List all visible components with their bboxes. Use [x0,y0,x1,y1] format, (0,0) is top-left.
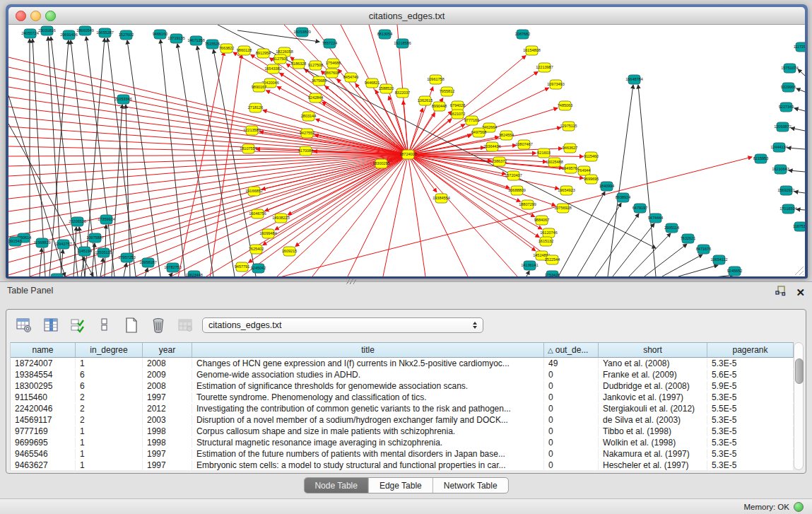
graph-edge[interactable] [638,85,656,276]
create-table-icon[interactable] [122,316,141,334]
column-header-year[interactable]: year [143,343,192,357]
graph-node-label: 1840994 [599,184,614,188]
table-row[interactable]: 1872400712008Changes of HCN gene express… [11,358,794,369]
graph-edge[interactable] [126,105,130,276]
graph-edge[interactable] [210,54,242,276]
graph-edge[interactable] [73,227,76,276]
vertical-scrollbar[interactable] [794,342,804,470]
import-table-icon[interactable] [176,316,194,334]
graph-edge[interactable] [40,248,42,276]
graph-node-label: 15692921 [777,188,794,192]
graph-edge[interactable] [277,155,408,277]
graph-edge[interactable] [112,105,122,276]
split-pane-grip[interactable] [346,279,356,284]
graph-node-label: 621603 [537,151,550,155]
graph-node-label: 12444134 [770,145,787,149]
table-row[interactable]: 946554611997Estimation of the future num… [11,448,794,460]
graph-node-label: 10958187 [139,260,156,264]
graph-edge[interactable] [178,52,224,276]
graph-node-label: 1527602 [119,33,134,37]
status-bar: Memory: OK [0,498,812,514]
tab-network-table[interactable]: Network Table [433,478,508,493]
table-cell: 9115460 [11,392,76,402]
desktop: citations_edges.txt 24055724230318162069… [0,0,812,514]
graph-edge[interactable] [266,90,408,154]
graph-edge[interactable] [789,170,805,172]
graph-node-label: 12975115 [560,124,577,128]
graph-svg[interactable]: 2405572423031816206914061866054910655287… [8,25,805,276]
table-cell: 18300295 [11,381,76,391]
column-header-out_de[interactable]: △out_de... [544,343,599,357]
graph-node-label: 16154808 [523,48,540,52]
graph-edge[interactable] [242,155,408,277]
graph-node-label: 9227349 [779,105,794,109]
column-header-title[interactable]: title [192,343,544,357]
graph-edge[interactable] [678,265,718,276]
graph-edge[interactable] [8,155,408,212]
scrollbar-thumb[interactable] [795,358,804,384]
graph-edge[interactable] [124,263,126,276]
graph-node-label: 9115460 [584,154,599,158]
graph-edge[interactable] [645,244,687,276]
table-row[interactable]: 2242004622012Investigating the contribut… [11,403,794,414]
graph-edge[interactable] [787,148,805,149]
tab-node-table[interactable]: Node Table [304,478,368,493]
table-row[interactable]: 946362711997Embryonic stem cells: a mode… [11,460,794,470]
graph-edge[interactable] [796,209,805,210]
column-header-short[interactable]: short [599,343,707,357]
table-row[interactable]: 911546021997Tourette syndrome. Phenomeno… [11,392,794,403]
column-header-name[interactable]: name [11,343,76,357]
column-header-in_degree[interactable]: in_degree [76,343,143,357]
graph-edge[interactable] [197,46,235,276]
graph-edge[interactable] [791,128,805,131]
delete-table-icon[interactable] [149,316,167,334]
table-row[interactable]: 1938455462009Genome-wide association stu… [11,369,794,380]
graph-edge[interactable] [383,155,408,277]
graph-edge[interactable] [8,117,408,155]
graph-node-label: 10973493 [547,82,564,86]
graph-node-label: 16543382 [264,66,281,71]
graph-edge[interactable] [100,258,103,276]
graph-node-label: 18807299 [519,202,536,206]
graph-edge[interactable] [794,192,805,193]
graph-edge[interactable] [312,155,408,277]
tab-edge-table[interactable]: Edge Table [368,478,433,493]
graph-edge[interactable] [577,203,621,276]
table-row[interactable]: 1456911722003Disruption of a novel membe… [11,414,794,426]
table-row[interactable]: 1830029562008Estimation of significance … [11,380,794,392]
column-header-pagerank[interactable]: pagerank [707,343,794,357]
show-hide-column-icon[interactable] [42,316,60,334]
graph-edge[interactable] [408,155,540,238]
close-panel-icon[interactable]: ✕ [796,288,805,298]
graph-edge[interactable] [8,97,408,155]
graph-edge[interactable] [92,243,95,276]
graph-edge[interactable] [526,271,529,276]
graph-edge[interactable] [8,57,408,155]
graph-edge[interactable] [288,155,408,215]
graph-edge[interactable] [796,88,805,92]
network-canvas[interactable]: 2405572423031816206914061866054910655287… [8,25,805,276]
graph-edge[interactable] [408,155,556,206]
close-window-button[interactable] [16,11,26,21]
graph-edge[interactable] [595,214,639,276]
table-row[interactable]: 977716911998Corpus callosum shape and si… [11,426,794,437]
table-row[interactable]: 969969511998Structural magnetic resonanc… [11,437,794,448]
table-cell: Dudbridge et al. (2008) [599,381,707,391]
window-titlebar[interactable]: citations_edges.txt [8,7,805,25]
graph-edge[interactable] [613,223,654,276]
graph-edge[interactable] [608,85,633,276]
graph-edge[interactable] [794,108,805,111]
graph-edge[interactable] [798,69,805,76]
row-options-icon[interactable] [95,316,114,334]
table-cell: 2 [76,404,143,414]
graph-node-label: 14938223 [272,216,289,220]
table-settings-icon[interactable] [15,316,33,334]
graph-node-label: 10961758 [427,77,444,81]
table-selector-dropdown[interactable]: citations_edges.txt [202,317,483,333]
float-panel-icon[interactable] [775,286,786,299]
graph-edge[interactable] [127,40,160,276]
zoom-window-button[interactable] [45,11,56,21]
minimize-window-button[interactable] [30,11,41,21]
select-rows-icon[interactable] [69,316,87,334]
graph-edge[interactable] [629,233,671,276]
